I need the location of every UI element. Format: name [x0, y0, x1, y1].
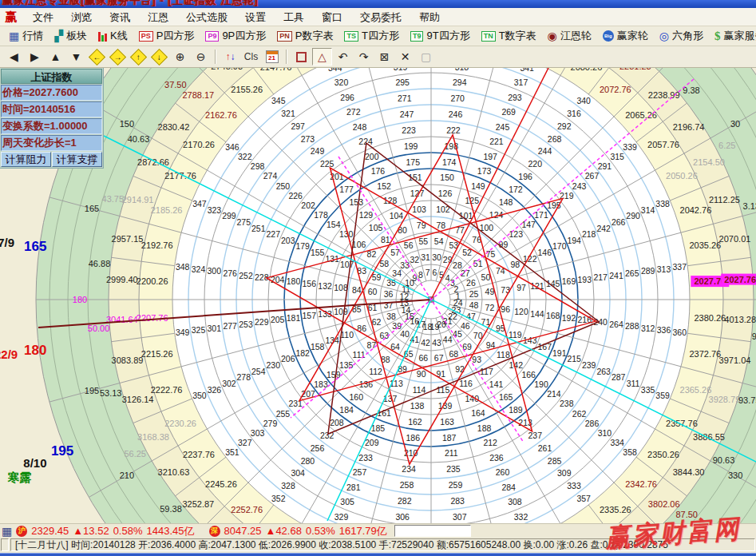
svg-text:172: 172 — [509, 185, 523, 194]
quote-grid-icon[interactable]: ▦ — [2, 526, 12, 537]
menu-item-10[interactable]: 帮助 — [410, 9, 449, 26]
svg-text:99: 99 — [499, 240, 509, 249]
svg-text:84: 84 — [352, 285, 362, 295]
clear-tool-button[interactable]: ▢ — [416, 48, 436, 66]
arc-ccw-tool-button[interactable]: ↶ — [333, 48, 353, 66]
svg-text:103: 103 — [412, 205, 426, 214]
menu-item-8[interactable]: 窗口 — [313, 9, 351, 26]
pan-down-button[interactable]: ↓ — [149, 48, 169, 66]
coefficient-field[interactable]: 变换系数=1.00000 — [1, 118, 102, 134]
svg-text:26: 26 — [466, 278, 476, 288]
sort-updown-button[interactable]: ↑↓ — [220, 48, 240, 66]
svg-text:56: 56 — [404, 240, 414, 250]
toolbar-button-六角形[interactable]: ◎六角形 — [654, 27, 709, 46]
pan-right-button[interactable]: → — [108, 48, 128, 66]
menu-item-6[interactable]: 设置 — [236, 9, 275, 26]
main-toolbar: ▦行情▞板块K线PSP四方形P99P四方形PNP数字表TST四方形T99T四方形… — [0, 26, 756, 46]
svg-text:336: 336 — [657, 325, 671, 335]
square-icon — [296, 52, 307, 62]
nav-down-button[interactable]: ▼ — [66, 48, 86, 66]
toolbar-button-江恩轮[interactable]: ◉江恩轮 — [542, 27, 597, 46]
svg-text:357: 357 — [576, 494, 591, 503]
menu-item-3[interactable]: 资讯 — [101, 9, 139, 26]
sz-index-amount: 1617.79亿 — [339, 524, 387, 538]
svg-text:235: 235 — [446, 464, 461, 474]
svg-text:165: 165 — [85, 204, 99, 213]
svg-text:2745.93: 2745.93 — [211, 68, 243, 71]
price-field[interactable]: 价格=2027.7600 — [1, 85, 102, 101]
svg-text:263: 263 — [596, 367, 611, 376]
step-field[interactable]: 周天变化步长=1 — [1, 135, 102, 151]
svg-text:286: 286 — [585, 419, 600, 428]
toolbar-button-赢家服务[interactable]: $赢家服务 — [709, 27, 756, 46]
svg-text:2057.76: 2057.76 — [647, 140, 679, 149]
time-field[interactable]: 时间=20140516 — [1, 101, 102, 117]
toolbar-button-P数字表[interactable]: PNP数字表 — [271, 27, 338, 46]
nav-back-button[interactable]: ◀ — [4, 48, 24, 66]
calc-support-button[interactable]: 计算支撑 — [52, 152, 102, 167]
svg-text:93: 93 — [472, 355, 481, 364]
svg-text:215: 215 — [567, 354, 581, 363]
zoom-out-button[interactable]: ⊖ — [191, 48, 211, 66]
svg-text:154: 154 — [327, 220, 341, 229]
svg-text:2162.76: 2162.76 — [205, 110, 237, 120]
calc-resistance-button[interactable]: 计算阻力 — [1, 152, 51, 167]
svg-text:271: 271 — [398, 93, 412, 103]
svg-text:2372.76: 2372.76 — [689, 349, 721, 359]
toolbar-label: T数字表 — [499, 29, 536, 43]
menu-item-2[interactable]: 浏览 — [62, 9, 101, 26]
zoom-in-button[interactable]: ⊕ — [170, 48, 190, 66]
nav-up-button[interactable]: ▲ — [46, 48, 65, 66]
pan-left-button[interactable]: ← — [87, 48, 107, 66]
pan-up-button[interactable]: ↑ — [129, 48, 148, 66]
svg-text:279: 279 — [263, 419, 278, 428]
triangle-tool-button[interactable]: △ — [312, 48, 332, 66]
svg-text:114: 114 — [413, 385, 426, 395]
gann-wheel-chart[interactable]: 1234567891011121314151617181920212223242… — [0, 68, 756, 523]
toolbar-button-赢家轮[interactable]: Big赢家轮 — [597, 27, 654, 46]
svg-text:237: 237 — [528, 431, 543, 440]
toolbar-button-板块[interactable]: ▞板块 — [49, 27, 93, 46]
svg-text:262: 262 — [572, 409, 587, 419]
svg-text:244: 244 — [538, 146, 552, 156]
toolbar-button-行情[interactable]: ▦行情 — [3, 27, 49, 46]
toolbar-button-T数字表[interactable]: TNT数字表 — [476, 27, 542, 46]
TN-badge-icon: TN — [481, 31, 496, 42]
box-x-tool-button[interactable]: ⊠ — [374, 48, 394, 66]
svg-text:132: 132 — [318, 281, 332, 291]
collapse-tool-button[interactable]: ✕ — [395, 48, 415, 66]
svg-text:327: 327 — [238, 438, 252, 447]
window-bottom-border — [0, 553, 756, 556]
svg-text:347: 347 — [192, 199, 207, 208]
svg-text:321: 321 — [281, 109, 295, 118]
toolbar-button-9T四方形[interactable]: T99T四方形 — [405, 27, 476, 46]
svg-text:267: 267 — [585, 171, 600, 181]
svg-text:2357.76: 2357.76 — [666, 419, 698, 428]
svg-text:304: 304 — [291, 468, 305, 478]
menu-item-7[interactable]: 工具 — [275, 9, 313, 26]
menu-item-9[interactable]: 交易委托 — [351, 9, 410, 26]
toolbar-button-T四方形[interactable]: TST四方形 — [338, 27, 404, 46]
svg-text:2252.76: 2252.76 — [231, 505, 263, 514]
menu-item-5[interactable]: 公式选股 — [177, 9, 236, 26]
menu-item-1[interactable]: 文件 — [24, 9, 62, 26]
cls-button[interactable]: Cls — [241, 48, 261, 66]
toolbar-button-9P四方形[interactable]: P99P四方形 — [200, 27, 271, 46]
svg-text:239: 239 — [582, 360, 596, 370]
svg-text:3083.89: 3083.89 — [112, 355, 144, 365]
menu-item-4[interactable]: 江恩 — [139, 9, 177, 26]
svg-text:227: 227 — [267, 229, 281, 239]
stock-code-input[interactable] — [394, 525, 471, 537]
nav-forward-button[interactable]: ▶ — [25, 48, 45, 66]
svg-text:104: 104 — [390, 211, 404, 220]
zoom-in-icon: ⊕ — [176, 50, 185, 63]
toolbar-button-K线[interactable]: K线 — [93, 27, 133, 46]
svg-text:2222.76: 2222.76 — [151, 385, 183, 395]
arc-cw-tool-button[interactable]: ↷ — [354, 48, 374, 66]
toolbar-button-P四方形[interactable]: PSP四方形 — [133, 27, 200, 46]
calendar-button[interactable]: 21 — [262, 48, 282, 66]
svg-text:7/9: 7/9 — [0, 236, 14, 249]
svg-text:337: 337 — [673, 262, 687, 272]
square-tool-button[interactable] — [291, 48, 311, 66]
svg-text:2065.26: 2065.26 — [625, 110, 657, 120]
